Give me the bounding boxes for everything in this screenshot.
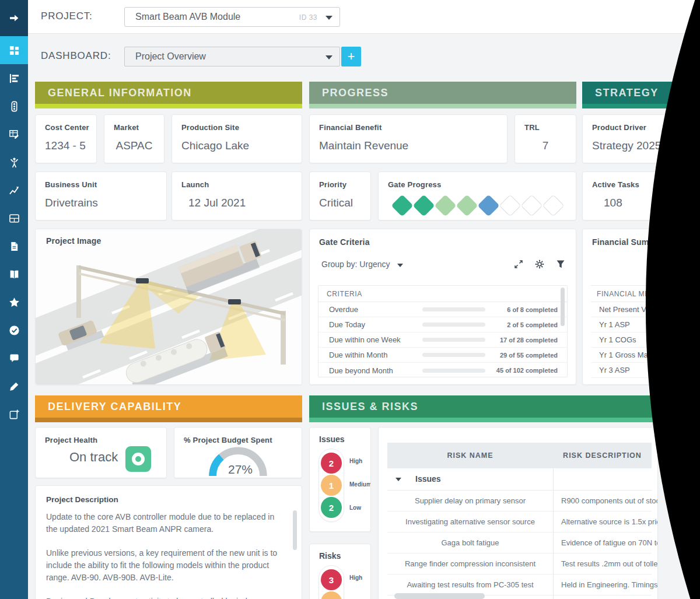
risk-table-row[interactable]: Investigating alternative sensor source … [387,512,652,533]
risk-table-scrollbar[interactable] [394,593,485,599]
financial-row[interactable]: Yr 1 ASP [591,317,693,332]
gate-diamond [391,194,413,216]
sidebar-item-dashboards[interactable] [0,36,28,64]
section-general-strip [35,104,302,108]
gate-diamond [542,194,564,216]
description-scrollbar[interactable] [293,510,297,550]
gate-diamond [499,194,521,216]
sidebar-item-new-window[interactable] [0,400,28,428]
progress-bar [422,323,485,327]
pencil-icon [9,381,20,392]
chevron-down-icon [326,16,332,20]
risk-table-row[interactable]: Awaiting test results from PC-305 test H… [387,575,652,596]
issues-group-row[interactable]: Issues [387,468,652,491]
priority-value: Critical [319,197,353,209]
criteria-row[interactable]: Overdue 6 of 8 completed [318,302,567,317]
priority-label: Priority [319,180,346,189]
progress-bar [422,369,485,373]
gear-icon[interactable] [535,260,544,271]
group-by-selector[interactable]: Group by: Urgency [321,260,403,269]
dashboard-selected: Project Overview [135,51,206,62]
criteria-row[interactable]: Due Today 2 of 5 completed [318,317,567,332]
gate-progress-diamonds [391,198,564,213]
active-tasks-value: 108 [604,197,622,209]
trl-card: TRL 7 [514,114,576,163]
risks-pill: 3 [318,565,344,599]
sidebar-item-favorites[interactable] [0,288,28,316]
sidebar-collapse-button[interactable] [0,0,28,36]
financial-row[interactable]: Yr 3 ASP [591,363,693,378]
section-progress-strip [309,104,576,108]
sidebar-item-table-edit[interactable] [0,120,28,148]
dashboard-content: GENERAL INFORMATION PROGRESS STRATEGY Co… [0,75,700,599]
trl-label: TRL [524,123,540,132]
book-icon [9,269,20,280]
progress-bar [422,353,485,357]
financial-benefit-card: Financial Benefit Maintain Revenue [309,114,508,163]
criteria-row[interactable]: Due within Month 29 of 55 completed [318,348,567,363]
production-site-card: Production Site Chicago Lake [172,114,302,163]
financial-row[interactable]: Yr 1 COGs [591,332,693,348]
gate-diamond [456,194,478,216]
health-status-icon [125,446,151,472]
traffic-light-icon [9,101,20,112]
sidebar-item-knowledge[interactable] [0,260,28,288]
sidebar [0,0,28,599]
section-delivery-capability: DELIVERY CAPABILITY [35,395,302,418]
risk-description-column-header: RISK DESCRIPTION [553,443,652,468]
add-dashboard-button[interactable]: + [341,47,361,66]
product-driver-value: Strategy 2025 [592,139,661,152]
gate-criteria-card: Gate Criteria Group by: Urgency CRITERIA… [309,229,576,385]
launch-card: Launch 12 Jul 2021 [172,171,302,220]
risks-labels: High [349,565,371,599]
sidebar-item-comments[interactable] [0,344,28,372]
gantt-chart-icon [9,73,20,84]
expand-icon[interactable] [514,260,523,271]
section-strategy: STRATEGY [582,82,693,104]
project-health-card: Project Health On track [35,427,167,478]
sidebar-item-charts[interactable] [0,176,28,204]
issues-level-label: Low [349,505,361,511]
sidebar-item-workspace[interactable] [0,204,28,232]
product-driver-label: Product Driver [592,123,646,132]
issues-title: Issues [319,435,345,444]
criteria-scrollbar[interactable] [561,288,565,326]
gate-diamond [477,194,499,216]
risk-table-row[interactable]: Gaga bolt fatigue Evidence of fatigue on… [387,533,652,554]
project-selector[interactable]: Smart Beam AVB Module ID 33 [124,7,340,27]
dashboard-selector[interactable]: Project Overview [124,47,340,66]
sidebar-item-documents[interactable] [0,232,28,260]
criteria-row[interactable]: Due beyond Month 45 of 102 completed [318,363,567,378]
cost-center-label: Cost Center [45,123,89,132]
sidebar-item-edit[interactable] [0,372,28,400]
issues-count-badge: 2 [321,453,342,474]
filter-icon[interactable] [556,260,565,271]
section-progress: PROGRESS [309,82,576,104]
risk-table-header: RISK NAME RISK DESCRIPTION [387,443,652,468]
issues-pill: 212 [318,449,344,522]
description-paragraph: Unlike previous versions, a key requirem… [46,547,286,584]
priority-card: Priority Critical [309,171,371,220]
sidebar-item-approvals[interactable] [0,316,28,344]
risks-title: Risks [319,551,341,561]
collapse-caret-icon [396,478,401,481]
dashboard-label: DASHBOARD: [41,50,111,62]
gate-criteria-title: Gate Criteria [319,237,370,247]
cost-center-card: Cost Center 1234 - 5 [35,114,97,163]
dashboard-bar: DASHBOARD: Project Overview + [28,34,700,75]
sidebar-item-wins[interactable] [0,148,28,176]
sidebar-item-gantt[interactable] [0,64,28,92]
financial-row[interactable]: Yr 1 Gross Margin [591,348,693,363]
risk-table-row[interactable]: Supplier delay on primary sensor R900 co… [387,491,652,512]
project-description-card: Project Description Update to the core A… [35,485,302,599]
sidebar-item-status[interactable] [0,92,28,120]
criteria-row[interactable]: Due within one Week 17 of 28 completed [318,332,567,348]
project-label: PROJECT: [41,10,93,22]
financial-benefit-value: Maintain Revenue [319,139,408,152]
section-delivery-strip [35,418,302,422]
financial-row[interactable]: Net Present Value [591,302,693,317]
project-name: Smart Beam AVB Module [135,12,240,22]
gate-diamond [520,194,542,216]
project-image-label: Project Image [46,236,101,246]
risk-table-row[interactable]: Range finder compression inconsistent Te… [387,554,652,575]
